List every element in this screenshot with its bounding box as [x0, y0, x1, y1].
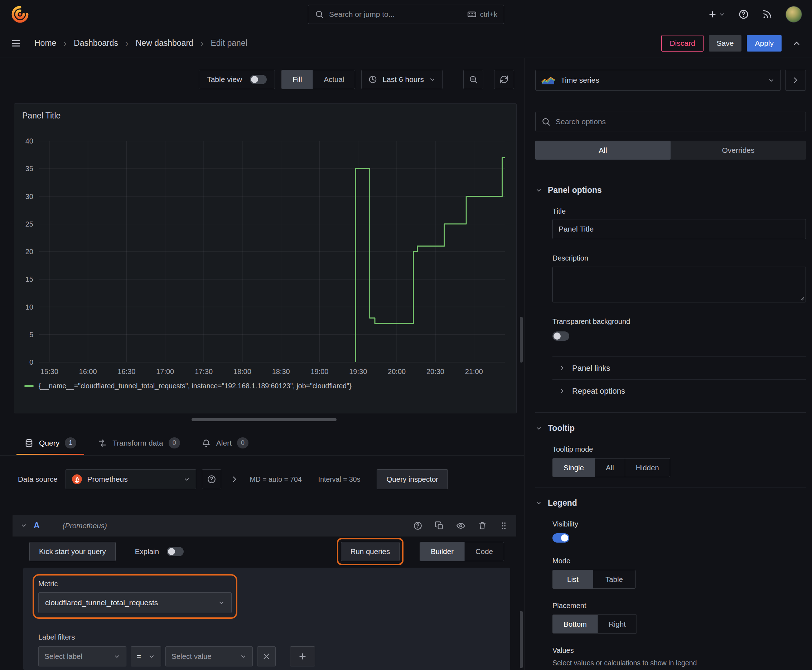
news-rss-icon[interactable] — [762, 9, 773, 20]
metric-select[interactable]: cloudflared_tunnel_total_requests — [38, 592, 232, 613]
menu-toggle-icon[interactable] — [11, 38, 22, 49]
chevron-down-icon — [535, 187, 542, 194]
tooltip-single-option[interactable]: Single — [553, 459, 595, 477]
data-source-help-button[interactable] — [202, 469, 221, 489]
legend-visibility-toggle[interactable] — [553, 533, 569, 543]
tooltip-mode-label: Tooltip mode — [553, 445, 806, 453]
breadcrumb-dashboards[interactable]: Dashboards — [74, 38, 118, 48]
drag-handle-icon[interactable] — [499, 521, 509, 530]
keyboard-icon — [467, 10, 476, 19]
breadcrumb-home[interactable]: Home — [34, 38, 56, 48]
description-input[interactable] — [553, 267, 806, 303]
horizontal-scrollbar[interactable] — [192, 418, 337, 421]
search-shortcut: ctrl+k — [480, 10, 497, 19]
add-button[interactable] — [708, 10, 726, 19]
time-series-chart[interactable]: 051015202530354015:3016:0016:3017:0017:3… — [20, 125, 510, 379]
tab-query[interactable]: Query 1 — [19, 431, 82, 455]
refresh-button[interactable] — [494, 70, 514, 89]
tooltip-hidden-option[interactable]: Hidden — [625, 459, 670, 477]
breadcrumb-new-dashboard[interactable]: New dashboard — [136, 38, 193, 48]
explain-label: Explain — [135, 547, 159, 556]
hide-query-icon[interactable] — [456, 521, 465, 530]
add-filter-button[interactable] — [290, 646, 315, 667]
options-search-input[interactable] — [556, 117, 800, 126]
chevron-down-icon[interactable] — [20, 522, 27, 529]
table-view-control: Table view — [199, 70, 275, 89]
legend-mode-switch: List Table — [553, 570, 636, 589]
code-option[interactable]: Code — [464, 542, 504, 561]
tab-alert[interactable]: Alert 0 — [196, 431, 254, 455]
tab-overrides[interactable]: Overrides — [671, 140, 806, 160]
tooltip-title: Tooltip — [548, 423, 575, 433]
grafana-logo[interactable] — [10, 4, 30, 24]
transparent-background-toggle[interactable] — [553, 332, 569, 341]
user-avatar[interactable] — [785, 6, 802, 22]
chart-legend[interactable]: {__name__="cloudflared_tunnel_total_requ… — [24, 382, 510, 390]
tab-transform-data[interactable]: Transform data 0 — [92, 431, 186, 455]
collapse-up-icon[interactable] — [792, 39, 801, 48]
select-value-dropdown[interactable]: Select value — [165, 646, 253, 667]
legend-placement-label: Placement — [553, 602, 806, 610]
editor-tabs: Query 1 Transform data 0 Alert 0 — [0, 431, 524, 456]
repeat-options-section[interactable]: Repeat options — [553, 379, 806, 402]
run-queries-button[interactable]: Run queries — [341, 542, 400, 561]
legend-marker — [24, 385, 34, 387]
global-search[interactable]: ctrl+k — [308, 5, 504, 24]
svg-text:16:30: 16:30 — [117, 367, 135, 376]
table-view-toggle[interactable] — [250, 75, 267, 84]
panel-title-input[interactable] — [553, 219, 806, 239]
query-actions-row: Kick start your query Explain Run querie… — [29, 541, 504, 562]
panel-options-header[interactable]: Panel options — [535, 185, 806, 195]
legend-right-option[interactable]: Right — [598, 615, 637, 633]
resize-handle-icon[interactable] — [799, 295, 804, 301]
query-inspector-button[interactable]: Query inspector — [376, 469, 448, 489]
zoom-out-button[interactable] — [463, 70, 483, 89]
tooltip-all-option[interactable]: All — [595, 459, 625, 477]
panel-links-section[interactable]: Panel links — [553, 357, 806, 379]
explain-toggle[interactable] — [167, 547, 184, 556]
legend-table-option[interactable]: Table — [593, 570, 635, 589]
visualization-picker[interactable]: Time series — [535, 70, 781, 91]
search-input[interactable] — [329, 10, 462, 19]
legend-list-option[interactable]: List — [553, 570, 593, 589]
help-icon[interactable] — [738, 9, 749, 20]
query-options-expand-icon[interactable] — [230, 475, 239, 484]
legend-header[interactable]: Legend — [535, 498, 806, 508]
svg-text:15: 15 — [25, 275, 33, 283]
tooltip-mode-switch: Single All Hidden — [553, 458, 670, 477]
save-button[interactable]: Save — [709, 35, 742, 52]
panel-edit-workspace: Table view Fill Actual Last 6 hours Pane… — [0, 58, 524, 670]
fill-option[interactable]: Fill — [282, 70, 312, 89]
panel-title[interactable]: Panel Title — [20, 109, 510, 125]
tab-all[interactable]: All — [535, 140, 671, 160]
panel-links-label: Panel links — [572, 364, 610, 373]
query-row-header[interactable]: A (Prometheus) — [12, 515, 516, 536]
remove-filter-button[interactable] — [257, 646, 276, 667]
data-source-select[interactable]: Prometheus — [66, 469, 196, 489]
vertical-scrollbar[interactable] — [520, 611, 523, 668]
select-value-placeholder: Select value — [171, 652, 212, 661]
query-help-icon[interactable] — [413, 521, 422, 530]
builder-option[interactable]: Builder — [420, 542, 464, 561]
tooltip-header[interactable]: Tooltip — [535, 423, 806, 433]
kick-start-query-button[interactable]: Kick start your query — [29, 542, 116, 561]
actual-option[interactable]: Actual — [312, 70, 355, 89]
delete-query-icon[interactable] — [478, 521, 487, 530]
svg-text:10: 10 — [25, 303, 33, 311]
options-search[interactable] — [535, 112, 806, 131]
apply-button[interactable]: Apply — [747, 35, 781, 52]
time-range-picker[interactable]: Last 6 hours — [361, 70, 442, 89]
chevron-down-icon — [429, 76, 436, 83]
discard-button[interactable]: Discard — [661, 35, 703, 52]
collapse-options-pane-button[interactable] — [785, 70, 806, 91]
operator-dropdown[interactable]: = — [131, 646, 161, 667]
builder-code-switch: Builder Code — [420, 542, 504, 561]
query-ref-id[interactable]: A — [34, 521, 40, 530]
duplicate-query-icon[interactable] — [435, 521, 444, 530]
select-label-dropdown[interactable]: Select label — [38, 646, 126, 667]
vertical-scrollbar[interactable] — [520, 317, 523, 362]
search-icon — [315, 10, 324, 19]
tab-query-label: Query — [39, 439, 59, 447]
legend-bottom-option[interactable]: Bottom — [553, 615, 598, 633]
svg-text:19:30: 19:30 — [349, 367, 367, 376]
